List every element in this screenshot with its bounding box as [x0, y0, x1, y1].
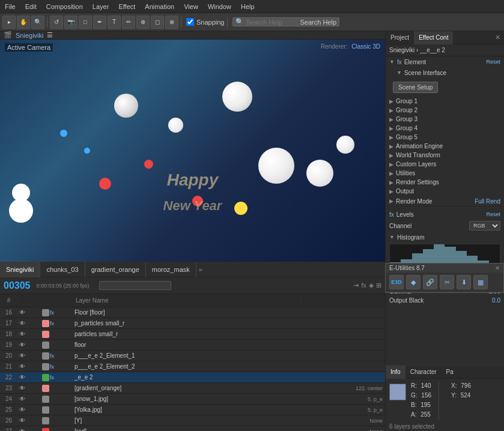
camera-tool[interactable]: 📷: [64, 16, 77, 29]
menu-effect[interactable]: Effect: [114, 3, 140, 10]
fx-icon[interactable]: fx: [50, 375, 54, 381]
layer-row[interactable]: 20 👁 fx p___e_e 2_Element_1: [0, 351, 385, 361]
menu-help[interactable]: Help: [236, 3, 260, 10]
tab-sniegiviki[interactable]: Sniegiviki: [0, 262, 40, 277]
mask-tool[interactable]: □: [79, 16, 92, 29]
visibility-icon[interactable]: 👁: [18, 309, 26, 316]
menu-file[interactable]: File: [0, 3, 20, 10]
tab-chunks[interactable]: chunks_03: [40, 262, 85, 277]
info-status: 6 layers selected: [386, 422, 504, 431]
visibility-icon[interactable]: 👁: [18, 342, 26, 348]
menu-composition[interactable]: Composition: [41, 3, 88, 10]
scene-setup-btn[interactable]: Scene Setup: [393, 82, 438, 93]
group-item-0[interactable]: ▶Group 1: [386, 97, 504, 106]
element-reset[interactable]: Reset: [486, 59, 500, 65]
zoom-tool[interactable]: 🔍: [31, 16, 44, 29]
layer-row[interactable]: 27 👁 [red] None: [0, 426, 385, 431]
type-tool[interactable]: T: [108, 16, 121, 29]
col-num: #: [0, 297, 18, 304]
tl-icon-1[interactable]: ⇥: [353, 282, 359, 289]
group-item-8[interactable]: ▶Utilities: [386, 169, 504, 178]
tab-project[interactable]: Project: [386, 31, 414, 44]
levels-reset[interactable]: Reset: [486, 211, 500, 217]
hand-tool[interactable]: ✋: [17, 16, 30, 29]
visibility-icon[interactable]: 👁: [18, 320, 26, 327]
pen-tool[interactable]: ✒: [93, 16, 106, 29]
eu-btn-scissors[interactable]: ✂: [440, 275, 454, 289]
puppet-tool[interactable]: ⊗: [165, 16, 178, 29]
fx-icon[interactable]: fx: [50, 353, 54, 359]
eu-btn-download[interactable]: ⬇: [457, 275, 471, 289]
snapping-toggle[interactable]: [186, 18, 194, 26]
tab-info[interactable]: Info: [386, 366, 405, 379]
visibility-icon[interactable]: 👁: [18, 363, 26, 370]
fx-icon[interactable]: fx: [50, 321, 54, 327]
eu-btn-diamond[interactable]: ◆: [406, 275, 421, 289]
tl-icon-2[interactable]: fx: [361, 282, 366, 289]
layer-row[interactable]: 26 👁 [Y] None: [0, 415, 385, 426]
group-item-10[interactable]: ▶Output: [386, 187, 504, 196]
comp-menu-icon[interactable]: ☰: [47, 31, 53, 39]
search-bar[interactable]: 🔍 Search Help: [232, 17, 340, 26]
output-black-value[interactable]: 0.0: [476, 297, 500, 304]
tab-gradient[interactable]: gradient_orange: [85, 262, 146, 277]
render-mode-arrow[interactable]: ▶: [389, 198, 393, 204]
layer-row[interactable]: 22 👁 fx _e_e 2: [0, 372, 385, 383]
fx-icon[interactable]: fx: [50, 364, 54, 370]
menu-edit[interactable]: Edit: [20, 3, 41, 10]
brush-tool[interactable]: ✏: [122, 16, 135, 29]
channel-select[interactable]: RGB Red Green Blue Alpha: [469, 221, 500, 231]
eu-btn-grid[interactable]: ▦: [473, 275, 488, 289]
visibility-icon[interactable]: 👁: [18, 352, 26, 359]
histogram-arrow[interactable]: ▼: [389, 234, 395, 240]
tab-moroz[interactable]: moroz_mask: [146, 262, 196, 277]
eu-close-btn[interactable]: ✕: [495, 265, 500, 271]
tl-icon-4[interactable]: ⊞: [376, 282, 381, 289]
group-item-6[interactable]: ▶World Transform: [386, 151, 504, 160]
visibility-icon[interactable]: 👁: [18, 406, 26, 413]
visibility-icon[interactable]: 👁: [18, 385, 26, 391]
group-item-9[interactable]: ▶Render Settings: [386, 178, 504, 187]
layer-search[interactable]: [99, 281, 171, 290]
layer-row[interactable]: 18 👁 particles small_r: [0, 329, 385, 340]
clone-tool[interactable]: ⊕: [136, 16, 150, 29]
group-item-4[interactable]: ▶Group 5: [386, 133, 504, 142]
menu-animation[interactable]: Animation: [140, 3, 179, 10]
close-panel-btn[interactable]: ✕: [491, 34, 504, 41]
visibility-icon[interactable]: 👁: [18, 374, 26, 381]
group-item-1[interactable]: ▶Group 2: [386, 106, 504, 115]
layer-row[interactable]: 19 👁 floor: [0, 340, 385, 351]
group-item-3[interactable]: ▶Group 4: [386, 124, 504, 133]
layer-row[interactable]: 24 👁 [snow_1.jpg] 5. p_e: [0, 394, 385, 405]
layer-row[interactable]: 16 👁 fx Floor [floor]: [0, 307, 385, 318]
group-item-5[interactable]: ▶Animation Engine: [386, 142, 504, 151]
rotate-tool[interactable]: ↺: [50, 16, 63, 29]
tab-effect-cont[interactable]: Effect Cont: [414, 31, 453, 44]
menu-view[interactable]: View: [179, 3, 203, 10]
layer-row[interactable]: 17 👁 fx p_particles small_r: [0, 318, 385, 329]
layer-row[interactable]: 23 👁 [gradient_orange] 122. center: [0, 383, 385, 394]
select-tool[interactable]: ▸: [2, 16, 16, 29]
element-arrow[interactable]: ▼: [389, 59, 395, 65]
group-item-2[interactable]: ▶Group 3: [386, 115, 504, 124]
eu-btn-link[interactable]: 🔗: [423, 275, 437, 289]
tab-pa[interactable]: Pa: [442, 366, 458, 379]
visibility-icon[interactable]: 👁: [18, 331, 26, 337]
tab-character[interactable]: Character: [405, 366, 442, 379]
layer-row[interactable]: 21 👁 fx p___e_e 2_Element_2: [0, 361, 385, 372]
group-item-7[interactable]: ▶Custom Layers: [386, 160, 504, 169]
eu-btn-e3d[interactable]: E3D: [389, 275, 404, 289]
visibility-icon[interactable]: 👁: [18, 396, 26, 402]
tl-icon-3[interactable]: ◈: [369, 282, 374, 289]
eraser-tool[interactable]: ◻: [151, 16, 164, 29]
menu-window[interactable]: Window: [203, 3, 236, 10]
more-tabs-btn[interactable]: »: [199, 266, 202, 273]
comp-name[interactable]: Sniegiviki: [16, 32, 43, 39]
search-input[interactable]: [246, 19, 300, 26]
layer-row[interactable]: 25 👁 [Yolka.jpg] 5. p_e: [0, 405, 385, 415]
fx-icon[interactable]: fx: [50, 310, 54, 316]
visibility-icon[interactable]: 👁: [18, 428, 26, 431]
visibility-icon[interactable]: 👁: [18, 417, 26, 424]
scene-interface-arrow[interactable]: ▼: [396, 70, 402, 76]
menu-layer[interactable]: Layer: [88, 3, 114, 10]
